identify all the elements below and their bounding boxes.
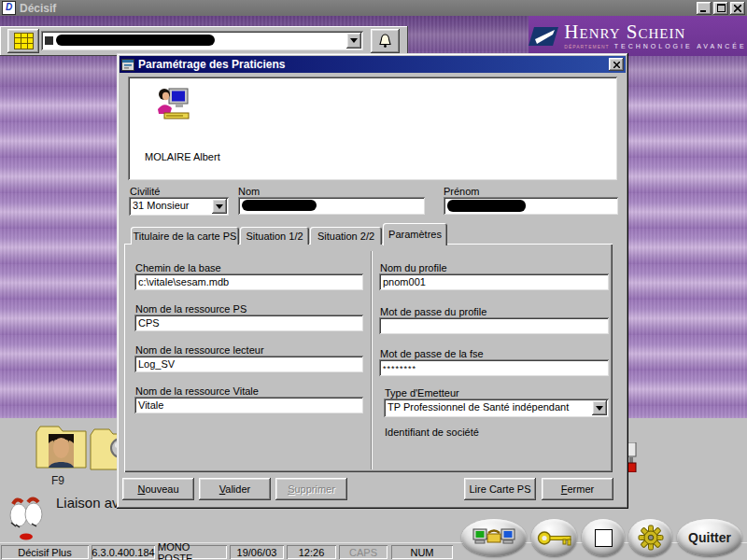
quitter-label: Quitter [688, 530, 731, 545]
close-button[interactable] [730, 2, 745, 15]
app-icon: D [2, 1, 16, 15]
practitioner-computer-icon [157, 87, 190, 122]
valider-label: Valider [219, 483, 250, 495]
status-num: NUM [391, 545, 453, 559]
main-window-title: Décisif [20, 2, 695, 15]
panel-divider [371, 251, 373, 469]
combo-item-icon [45, 36, 53, 45]
civilite-combobox[interactable]: 31 Monsieur [129, 197, 229, 216]
brand-tagline: TECHNOLOGIE AVANCÉE [614, 43, 747, 49]
practitioner-combobox[interactable] [41, 31, 363, 50]
liaison-desktop-text: Liaison av [56, 495, 120, 511]
status-caps: CAPS [339, 545, 388, 559]
sleepy-face-icon[interactable] [7, 497, 47, 541]
toolbar [0, 26, 408, 56]
practitioner-list-item[interactable]: MOLAIRE Albert [145, 151, 220, 162]
supprimer-button: Supprimer [275, 478, 347, 500]
valider-button[interactable]: Valider [199, 478, 271, 500]
henry-schein-banner: Henry Schein DÉPARTEMENT TECHNOLOGIE AVA… [529, 16, 747, 56]
quitter-button[interactable]: Quitter [677, 519, 742, 556]
tab-situation-2-2[interactable]: Situation 2/2 [310, 227, 382, 245]
redacted-practitioner-name [56, 35, 215, 46]
civilite-dropdown-button[interactable] [212, 199, 227, 214]
parametres-tab-panel [124, 244, 613, 472]
main-titlebar: D Décisif [0, 0, 747, 16]
square-button[interactable] [582, 519, 625, 556]
folder-f9-icon[interactable] [35, 423, 89, 471]
settings-button[interactable] [628, 519, 672, 556]
combo-dropdown-button[interactable] [346, 33, 361, 49]
nouveau-button[interactable]: Nouveau [122, 478, 194, 500]
brand-department: DÉPARTEMENT [564, 45, 609, 49]
lire-carte-ps-button[interactable]: Lire Carte PS [464, 478, 536, 500]
nouveau-label: Nouveau [137, 483, 178, 495]
dialog-titlebar: Paramétrage des Praticiens [120, 56, 626, 73]
read-card-toolbar-button[interactable] [7, 29, 39, 53]
status-mode: MONO POSTE [158, 545, 227, 559]
chevron-down-icon [350, 38, 358, 43]
status-date: 19/06/03 [230, 545, 284, 559]
prenom-field[interactable] [444, 197, 618, 215]
tab-titulaire-carte-ps[interactable]: Titulaire de la carte PS [131, 227, 239, 245]
supprimer-label: Supprimer [288, 483, 335, 495]
dialog-close-button[interactable] [609, 58, 624, 71]
bell-icon [378, 34, 392, 49]
fermer-label: Fermer [561, 483, 594, 495]
white-square-icon [595, 529, 613, 547]
alert-toolbar-button[interactable] [371, 29, 400, 53]
civilite-value: 31 Monsieur [133, 200, 190, 211]
lire-carte-ps-label: Lire Carte PS [469, 483, 530, 495]
status-app-name: Décisif Plus [1, 545, 89, 559]
status-version: 6.3.0.400.184 [92, 545, 155, 559]
henry-schein-flag-icon [529, 26, 558, 47]
folder-f9-label: F9 [51, 474, 64, 487]
computers-modem-icon [472, 525, 515, 550]
gear-icon [638, 525, 664, 551]
practitioner-listbox[interactable]: MOLAIRE Albert [128, 77, 617, 180]
maximize-button[interactable] [713, 2, 728, 15]
tab-parametres[interactable]: Paramètres [383, 223, 447, 245]
network-transmit-button[interactable] [461, 519, 527, 556]
prenom-label: Prénom [444, 186, 480, 197]
minimize-button[interactable] [697, 2, 712, 15]
praticiens-dialog: Paramétrage des Praticiens MOLAIRE Alber… [117, 53, 628, 509]
tab-situation-1-2[interactable]: Situation 1/2 [240, 227, 309, 245]
redacted-prenom-value [447, 200, 526, 212]
brand-name: Henry Schein [564, 22, 746, 42]
status-time: 12:26 [287, 545, 336, 559]
nom-label: Nom [238, 186, 260, 197]
key-icon [537, 530, 572, 546]
dialog-title: Paramétrage des Praticiens [138, 58, 285, 71]
chevron-down-icon [216, 204, 223, 209]
key-button[interactable] [531, 519, 577, 556]
civilite-label: Civilité [130, 186, 160, 197]
nom-field[interactable] [238, 197, 425, 215]
smartcard-chip-icon [14, 33, 34, 49]
dialog-form-icon [121, 59, 134, 71]
redacted-nom-value [242, 200, 317, 211]
fermer-button[interactable]: Fermer [542, 478, 613, 500]
app-window: D Décisif Henry Schein DÉPARTEMENT TECHN… [0, 0, 747, 560]
